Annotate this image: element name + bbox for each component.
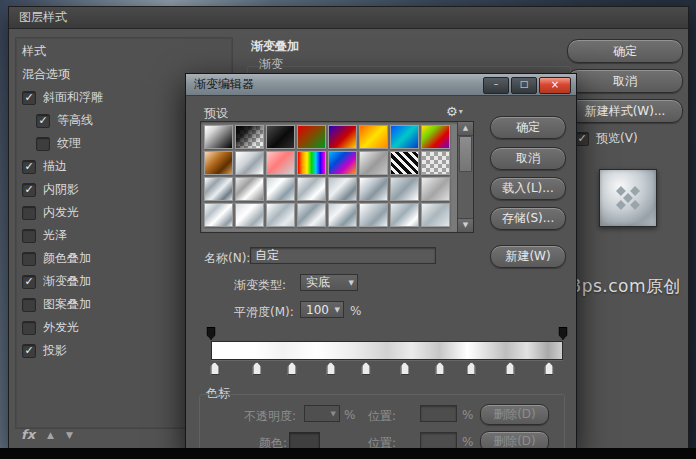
color-stop[interactable] (544, 362, 553, 375)
gradient-preset-12[interactable] (328, 151, 357, 175)
color-stop[interactable] (287, 362, 296, 375)
fx-icon[interactable]: fx (21, 427, 35, 442)
maximize-icon[interactable]: □ (511, 77, 537, 94)
close-icon[interactable]: × (539, 77, 571, 94)
save-button[interactable]: 存储(S)... (490, 207, 566, 230)
thumbnail-ornament (623, 193, 633, 203)
gradient-preset-4[interactable] (328, 125, 357, 149)
gradient-preset-23[interactable] (421, 177, 450, 201)
gradient-preset-10[interactable] (266, 151, 295, 175)
gradient-preset-0[interactable] (204, 125, 233, 149)
sidebar-item-label: 投影 (43, 342, 67, 359)
opacity-location-input[interactable] (420, 405, 457, 422)
gradient-preview-bar[interactable] (211, 341, 563, 360)
unchecked-checkbox[interactable] (22, 252, 36, 266)
smoothness-select[interactable]: 100 ▼ (300, 301, 344, 318)
gradient-preset-28[interactable] (328, 203, 357, 227)
gradient-name-input[interactable] (250, 247, 436, 264)
smoothness-percent-label: % (350, 304, 361, 318)
gradient-preset-31[interactable] (421, 203, 450, 227)
gradient-preset-16[interactable] (204, 177, 233, 201)
minimize-icon[interactable]: – (483, 77, 509, 94)
gradient-cancel-button[interactable]: 取消 (490, 147, 566, 170)
checked-checkbox[interactable]: ✓ (22, 344, 36, 358)
gradient-preset-11[interactable] (297, 151, 326, 175)
gradient-preset-1[interactable] (235, 125, 264, 149)
taskbar (0, 448, 696, 459)
gradient-preset-9[interactable] (235, 151, 264, 175)
load-button[interactable]: 载入(L)... (490, 177, 566, 200)
color-stop[interactable] (210, 362, 219, 375)
gradient-preset-2[interactable] (266, 125, 295, 149)
gradient-preset-6[interactable] (390, 125, 419, 149)
unchecked-checkbox[interactable] (22, 298, 36, 312)
unchecked-checkbox[interactable] (22, 206, 36, 220)
gradient-preset-21[interactable] (359, 177, 388, 201)
preview-label: 预览(V) (596, 130, 638, 147)
gradient-editor-titlebar[interactable]: 渐变编辑器 – □ × (186, 74, 576, 96)
gradient-preset-24[interactable] (204, 203, 233, 227)
color-location-input[interactable] (420, 432, 457, 449)
ok-button[interactable]: 确定 (567, 39, 683, 63)
gradient-preset-22[interactable] (390, 177, 419, 201)
scroll-down-icon[interactable]: ▼ (458, 218, 473, 232)
checked-checkbox[interactable]: ✓ (36, 114, 50, 128)
gradient-preset-25[interactable] (235, 203, 264, 227)
checked-checkbox[interactable]: ✓ (22, 275, 36, 289)
color-stop[interactable] (361, 362, 370, 375)
gradient-preset-3[interactable] (297, 125, 326, 149)
sidebar-item-styles[interactable]: 样式 (16, 40, 232, 63)
color-stop[interactable] (326, 362, 335, 375)
gradient-preset-13[interactable] (359, 151, 388, 175)
smoothness-value: 100 (306, 303, 329, 317)
desktop: 图层样式 样式混合选项✓斜面和浮雕✓等高线纹理✓描边✓内阴影内发光光泽颜色叠加✓… (0, 0, 696, 459)
cancel-button[interactable]: 取消 (567, 69, 683, 93)
gradient-preset-5[interactable] (359, 125, 388, 149)
gradient-preset-7[interactable] (421, 125, 450, 149)
name-label: 名称(N): (204, 250, 250, 267)
gradient-type-select[interactable]: 实底 ▼ (300, 274, 358, 291)
opacity-stop[interactable] (559, 327, 568, 340)
unchecked-checkbox[interactable] (36, 137, 50, 151)
unchecked-checkbox[interactable] (22, 229, 36, 243)
preview-toggle[interactable]: ✓ 预览(V) (575, 130, 638, 147)
opacity-select[interactable]: ▼ (304, 405, 340, 422)
delete-opacity-stop-button[interactable]: 删除(D) (480, 404, 549, 425)
gradient-preset-26[interactable] (266, 203, 295, 227)
chevron-down-icon: ▼ (331, 410, 336, 418)
color-stop[interactable] (467, 362, 476, 375)
gradient-preset-15[interactable] (421, 151, 450, 175)
checked-checkbox[interactable]: ✓ (22, 183, 36, 197)
gradient-preset-27[interactable] (297, 203, 326, 227)
gradient-preset-14[interactable] (390, 151, 419, 175)
move-effect-up-icon[interactable]: ▲ (47, 430, 54, 440)
checked-checkbox[interactable]: ✓ (575, 132, 589, 146)
gradient-preset-17[interactable] (235, 177, 264, 201)
opacity-stop[interactable] (207, 327, 216, 340)
gradient-editor-title: 渐变编辑器 (194, 77, 254, 91)
preset-scrollbar[interactable]: ▲ ▼ (457, 122, 473, 232)
gradient-preset-29[interactable] (359, 203, 388, 227)
gradient-preset-20[interactable] (328, 177, 357, 201)
color-stop[interactable] (252, 362, 261, 375)
gradient-preset-8[interactable] (204, 151, 233, 175)
gradient-preset-30[interactable] (390, 203, 419, 227)
gradient-ok-button[interactable]: 确定 (490, 116, 566, 139)
color-stop[interactable] (400, 362, 409, 375)
layer-style-titlebar[interactable]: 图层样式 (9, 7, 688, 29)
unchecked-checkbox[interactable] (22, 321, 36, 335)
sidebar-item-label: 样式 (22, 43, 46, 60)
preset-grid (204, 125, 456, 227)
checked-checkbox[interactable]: ✓ (22, 160, 36, 174)
move-effect-down-icon[interactable]: ▼ (66, 430, 73, 440)
scrollbar-thumb[interactable] (459, 136, 472, 172)
gradient-preset-19[interactable] (297, 177, 326, 201)
scroll-up-icon[interactable]: ▲ (458, 122, 473, 136)
gradient-preset-18[interactable] (266, 177, 295, 201)
preset-menu-button[interactable]: ⚙ ▾ (446, 104, 463, 119)
checked-checkbox[interactable]: ✓ (22, 91, 36, 105)
new-style-button[interactable]: 新建样式(W)... (567, 99, 683, 123)
new-gradient-button[interactable]: 新建(W) (490, 245, 566, 268)
color-stop[interactable] (435, 362, 444, 375)
color-stop[interactable] (506, 362, 515, 375)
